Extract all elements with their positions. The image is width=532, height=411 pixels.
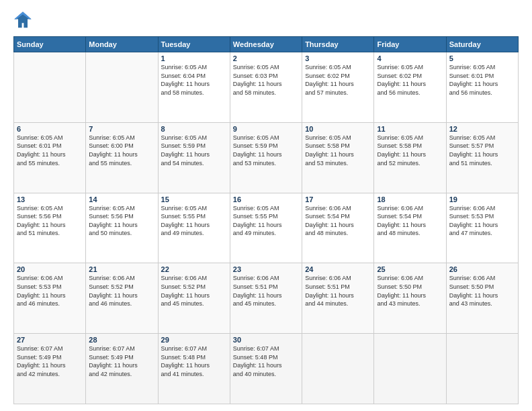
calendar-cell: 2Sunrise: 6:05 AM Sunset: 6:03 PM Daylig… [230, 52, 302, 123]
day-number: 10 [305, 125, 371, 133]
calendar-cell: 10Sunrise: 6:05 AM Sunset: 5:58 PM Dayli… [302, 122, 374, 193]
day-info: Sunrise: 6:06 AM Sunset: 5:51 PM Dayligh… [233, 274, 299, 308]
calendar-cell: 11Sunrise: 6:05 AM Sunset: 5:58 PM Dayli… [374, 122, 446, 193]
day-info: Sunrise: 6:05 AM Sunset: 6:02 PM Dayligh… [305, 63, 371, 97]
calendar-cell: 12Sunrise: 6:05 AM Sunset: 5:57 PM Dayli… [446, 122, 518, 193]
day-number: 22 [161, 265, 227, 273]
day-header-sunday: Sunday [14, 37, 86, 52]
header [13, 11, 519, 30]
calendar-cell: 20Sunrise: 6:06 AM Sunset: 5:53 PM Dayli… [14, 263, 86, 334]
calendar-cell [302, 334, 374, 404]
day-number: 8 [161, 125, 227, 133]
day-header-monday: Monday [86, 37, 158, 52]
day-info: Sunrise: 6:06 AM Sunset: 5:54 PM Dayligh… [305, 204, 371, 238]
day-number: 15 [161, 195, 227, 203]
calendar-cell: 19Sunrise: 6:06 AM Sunset: 5:53 PM Dayli… [446, 193, 518, 263]
calendar-cell: 24Sunrise: 6:06 AM Sunset: 5:51 PM Dayli… [302, 263, 374, 334]
day-info: Sunrise: 6:06 AM Sunset: 5:52 PM Dayligh… [89, 274, 154, 308]
day-header-wednesday: Wednesday [230, 37, 302, 52]
day-info: Sunrise: 6:06 AM Sunset: 5:50 PM Dayligh… [449, 274, 515, 308]
day-info: Sunrise: 6:06 AM Sunset: 5:50 PM Dayligh… [377, 274, 443, 308]
calendar-week-row: 27Sunrise: 6:07 AM Sunset: 5:49 PM Dayli… [14, 334, 519, 404]
day-number: 18 [377, 195, 443, 203]
calendar-cell: 18Sunrise: 6:06 AM Sunset: 5:54 PM Dayli… [374, 193, 446, 263]
day-info: Sunrise: 6:05 AM Sunset: 6:00 PM Dayligh… [89, 134, 154, 167]
calendar-cell: 29Sunrise: 6:07 AM Sunset: 5:48 PM Dayli… [158, 334, 230, 404]
day-number: 12 [449, 125, 515, 133]
calendar-cell [374, 334, 446, 404]
day-number: 20 [17, 265, 83, 273]
day-info: Sunrise: 6:05 AM Sunset: 5:59 PM Dayligh… [161, 134, 227, 167]
calendar-week-row: 6Sunrise: 6:05 AM Sunset: 6:01 PM Daylig… [14, 122, 519, 193]
day-number: 19 [449, 195, 515, 203]
calendar-cell: 5Sunrise: 6:05 AM Sunset: 6:01 PM Daylig… [446, 52, 518, 123]
day-info: Sunrise: 6:07 AM Sunset: 5:49 PM Dayligh… [17, 345, 83, 378]
day-header-friday: Friday [374, 37, 446, 52]
day-number: 24 [305, 265, 371, 273]
calendar-cell: 26Sunrise: 6:06 AM Sunset: 5:50 PM Dayli… [446, 263, 518, 334]
day-info: Sunrise: 6:05 AM Sunset: 5:56 PM Dayligh… [17, 204, 83, 238]
calendar-cell: 13Sunrise: 6:05 AM Sunset: 5:56 PM Dayli… [14, 193, 86, 263]
calendar-table: SundayMondayTuesdayWednesdayThursdayFrid… [13, 36, 519, 404]
calendar-cell [86, 52, 158, 123]
day-number: 27 [17, 336, 83, 344]
day-info: Sunrise: 6:06 AM Sunset: 5:54 PM Dayligh… [377, 204, 443, 238]
calendar-week-row: 13Sunrise: 6:05 AM Sunset: 5:56 PM Dayli… [14, 193, 519, 263]
day-info: Sunrise: 6:05 AM Sunset: 5:55 PM Dayligh… [161, 204, 227, 238]
day-number: 17 [305, 195, 371, 203]
day-number: 25 [377, 265, 443, 273]
day-header-saturday: Saturday [446, 37, 518, 52]
calendar-cell: 22Sunrise: 6:06 AM Sunset: 5:52 PM Dayli… [158, 263, 230, 334]
day-info: Sunrise: 6:05 AM Sunset: 5:58 PM Dayligh… [377, 134, 443, 167]
day-header-thursday: Thursday [302, 37, 374, 52]
day-info: Sunrise: 6:05 AM Sunset: 5:57 PM Dayligh… [449, 134, 515, 167]
day-number: 30 [233, 336, 299, 344]
day-header-tuesday: Tuesday [158, 37, 230, 52]
day-info: Sunrise: 6:05 AM Sunset: 6:02 PM Dayligh… [377, 63, 443, 97]
day-number: 7 [89, 125, 154, 133]
day-info: Sunrise: 6:05 AM Sunset: 6:01 PM Dayligh… [17, 134, 83, 167]
day-info: Sunrise: 6:07 AM Sunset: 5:49 PM Dayligh… [89, 345, 154, 378]
calendar-cell: 25Sunrise: 6:06 AM Sunset: 5:50 PM Dayli… [374, 263, 446, 334]
calendar-cell: 17Sunrise: 6:06 AM Sunset: 5:54 PM Dayli… [302, 193, 374, 263]
calendar-cell: 9Sunrise: 6:05 AM Sunset: 5:59 PM Daylig… [230, 122, 302, 193]
calendar-header-row: SundayMondayTuesdayWednesdayThursdayFrid… [14, 37, 519, 52]
calendar-cell: 3Sunrise: 6:05 AM Sunset: 6:02 PM Daylig… [302, 52, 374, 123]
calendar-cell [446, 334, 518, 404]
day-number: 5 [449, 54, 515, 62]
calendar-cell: 27Sunrise: 6:07 AM Sunset: 5:49 PM Dayli… [14, 334, 86, 404]
day-number: 14 [89, 195, 154, 203]
day-info: Sunrise: 6:05 AM Sunset: 5:59 PM Dayligh… [233, 134, 299, 167]
day-number: 6 [17, 125, 83, 133]
calendar-cell: 14Sunrise: 6:05 AM Sunset: 5:56 PM Dayli… [86, 193, 158, 263]
calendar-cell: 1Sunrise: 6:05 AM Sunset: 6:04 PM Daylig… [158, 52, 230, 123]
calendar-cell: 16Sunrise: 6:05 AM Sunset: 5:55 PM Dayli… [230, 193, 302, 263]
calendar-cell: 23Sunrise: 6:06 AM Sunset: 5:51 PM Dayli… [230, 263, 302, 334]
calendar-week-row: 1Sunrise: 6:05 AM Sunset: 6:04 PM Daylig… [14, 52, 519, 123]
day-number: 21 [89, 265, 154, 273]
day-number: 23 [233, 265, 299, 273]
day-number: 4 [377, 54, 443, 62]
day-info: Sunrise: 6:05 AM Sunset: 5:55 PM Dayligh… [233, 204, 299, 238]
day-number: 11 [377, 125, 443, 133]
calendar-cell [14, 52, 86, 123]
logo-icon [13, 11, 32, 30]
day-info: Sunrise: 6:06 AM Sunset: 5:51 PM Dayligh… [305, 274, 371, 308]
day-number: 16 [233, 195, 299, 203]
calendar-cell: 6Sunrise: 6:05 AM Sunset: 6:01 PM Daylig… [14, 122, 86, 193]
day-number: 3 [305, 54, 371, 62]
day-number: 9 [233, 125, 299, 133]
day-number: 1 [161, 54, 227, 62]
day-number: 29 [161, 336, 227, 344]
logo [13, 11, 35, 30]
day-info: Sunrise: 6:05 AM Sunset: 5:56 PM Dayligh… [89, 204, 154, 238]
day-number: 26 [449, 265, 515, 273]
calendar-cell: 15Sunrise: 6:05 AM Sunset: 5:55 PM Dayli… [158, 193, 230, 263]
day-info: Sunrise: 6:06 AM Sunset: 5:53 PM Dayligh… [449, 204, 515, 238]
calendar-cell: 7Sunrise: 6:05 AM Sunset: 6:00 PM Daylig… [86, 122, 158, 193]
day-info: Sunrise: 6:05 AM Sunset: 5:58 PM Dayligh… [305, 134, 371, 167]
day-info: Sunrise: 6:05 AM Sunset: 6:01 PM Dayligh… [449, 63, 515, 97]
calendar-cell: 28Sunrise: 6:07 AM Sunset: 5:49 PM Dayli… [86, 334, 158, 404]
day-info: Sunrise: 6:07 AM Sunset: 5:48 PM Dayligh… [233, 345, 299, 378]
page: SundayMondayTuesdayWednesdayThursdayFrid… [0, 0, 532, 411]
